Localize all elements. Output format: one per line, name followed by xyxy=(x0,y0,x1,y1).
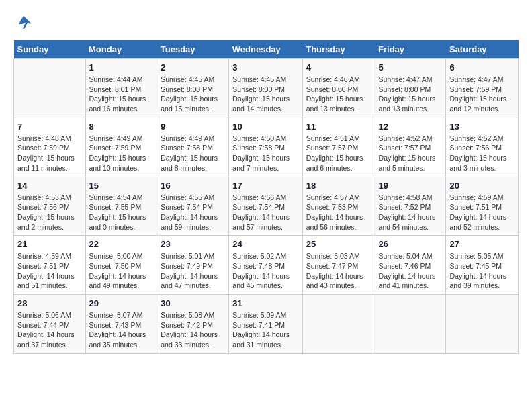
day-number: 21 xyxy=(17,239,82,249)
calendar-cell: 1Sunrise: 4:44 AM Sunset: 8:01 PM Daylig… xyxy=(85,59,157,118)
day-number: 19 xyxy=(379,181,443,191)
calendar-cell: 26Sunrise: 5:04 AM Sunset: 7:46 PM Dayli… xyxy=(375,236,446,295)
day-number: 6 xyxy=(449,62,515,73)
day-number: 4 xyxy=(306,62,371,73)
day-number: 11 xyxy=(306,122,371,132)
calendar-cell: 17Sunrise: 4:56 AM Sunset: 7:54 PM Dayli… xyxy=(229,177,302,236)
calendar-table: SundayMondayTuesdayWednesdayThursdayFrid… xyxy=(13,40,519,354)
day-number: 17 xyxy=(232,181,298,191)
day-info: Sunrise: 4:45 AM Sunset: 8:00 PM Dayligh… xyxy=(161,75,225,114)
weekday-header-tuesday: Tuesday xyxy=(157,40,229,59)
day-info: Sunrise: 4:53 AM Sunset: 7:56 PM Dayligh… xyxy=(17,193,82,232)
day-number: 22 xyxy=(89,239,154,249)
calendar-cell: 8Sunrise: 4:49 AM Sunset: 7:59 PM Daylig… xyxy=(85,118,157,177)
calendar-cell: 27Sunrise: 5:05 AM Sunset: 7:45 PM Dayli… xyxy=(446,236,519,295)
day-info: Sunrise: 5:07 AM Sunset: 7:43 PM Dayligh… xyxy=(89,310,154,350)
calendar-week-row: 7Sunrise: 4:48 AM Sunset: 7:59 PM Daylig… xyxy=(14,118,519,177)
day-info: Sunrise: 5:06 AM Sunset: 7:44 PM Dayligh… xyxy=(17,310,82,350)
weekday-header-friday: Friday xyxy=(375,40,446,59)
calendar-cell: 23Sunrise: 5:01 AM Sunset: 7:49 PM Dayli… xyxy=(157,236,229,295)
calendar-cell: 4Sunrise: 4:46 AM Sunset: 8:00 PM Daylig… xyxy=(302,59,375,118)
day-number: 24 xyxy=(232,239,298,249)
calendar-cell: 7Sunrise: 4:48 AM Sunset: 7:59 PM Daylig… xyxy=(14,118,86,177)
calendar-cell: 11Sunrise: 4:51 AM Sunset: 7:57 PM Dayli… xyxy=(302,118,375,177)
calendar-cell: 18Sunrise: 4:57 AM Sunset: 7:53 PM Dayli… xyxy=(302,177,375,236)
day-number: 14 xyxy=(17,181,82,191)
day-number: 23 xyxy=(161,239,225,249)
day-info: Sunrise: 4:58 AM Sunset: 7:52 PM Dayligh… xyxy=(379,193,443,232)
day-number: 10 xyxy=(232,122,298,132)
calendar-header-row: SundayMondayTuesdayWednesdayThursdayFrid… xyxy=(14,40,519,59)
calendar-cell: 22Sunrise: 5:00 AM Sunset: 7:50 PM Dayli… xyxy=(85,236,157,295)
day-number: 18 xyxy=(306,181,371,191)
calendar-cell xyxy=(302,295,375,354)
weekday-header-sunday: Sunday xyxy=(14,40,86,59)
day-info: Sunrise: 4:44 AM Sunset: 8:01 PM Dayligh… xyxy=(89,75,154,114)
calendar-cell: 31Sunrise: 5:09 AM Sunset: 7:41 PM Dayli… xyxy=(229,295,302,354)
day-info: Sunrise: 4:49 AM Sunset: 7:58 PM Dayligh… xyxy=(161,134,225,173)
calendar-cell: 24Sunrise: 5:02 AM Sunset: 7:48 PM Dayli… xyxy=(229,236,302,295)
page-header xyxy=(13,13,519,34)
calendar-cell: 20Sunrise: 4:59 AM Sunset: 7:51 PM Dayli… xyxy=(446,177,519,236)
logo-icon xyxy=(13,13,34,34)
day-number: 29 xyxy=(89,298,154,308)
weekday-header-thursday: Thursday xyxy=(302,40,375,59)
calendar-cell: 6Sunrise: 4:47 AM Sunset: 7:59 PM Daylig… xyxy=(446,59,519,118)
day-number: 5 xyxy=(379,62,443,73)
day-info: Sunrise: 5:09 AM Sunset: 7:41 PM Dayligh… xyxy=(232,310,298,350)
calendar-cell: 15Sunrise: 4:54 AM Sunset: 7:55 PM Dayli… xyxy=(85,177,157,236)
calendar-cell: 25Sunrise: 5:03 AM Sunset: 7:47 PM Dayli… xyxy=(302,236,375,295)
day-info: Sunrise: 4:46 AM Sunset: 8:00 PM Dayligh… xyxy=(306,75,371,114)
day-number: 28 xyxy=(17,298,82,308)
calendar-cell xyxy=(14,59,86,118)
calendar-cell: 3Sunrise: 4:45 AM Sunset: 8:00 PM Daylig… xyxy=(229,59,302,118)
calendar-week-row: 1Sunrise: 4:44 AM Sunset: 8:01 PM Daylig… xyxy=(14,59,519,118)
day-info: Sunrise: 5:05 AM Sunset: 7:45 PM Dayligh… xyxy=(449,251,515,291)
day-info: Sunrise: 4:56 AM Sunset: 7:54 PM Dayligh… xyxy=(232,193,298,232)
calendar-cell: 13Sunrise: 4:52 AM Sunset: 7:56 PM Dayli… xyxy=(446,118,519,177)
calendar-week-row: 14Sunrise: 4:53 AM Sunset: 7:56 PM Dayli… xyxy=(14,177,519,236)
day-number: 2 xyxy=(161,62,225,73)
day-info: Sunrise: 4:52 AM Sunset: 7:56 PM Dayligh… xyxy=(449,134,515,173)
calendar-cell: 19Sunrise: 4:58 AM Sunset: 7:52 PM Dayli… xyxy=(375,177,446,236)
calendar-cell: 28Sunrise: 5:06 AM Sunset: 7:44 PM Dayli… xyxy=(14,295,86,354)
day-info: Sunrise: 5:00 AM Sunset: 7:50 PM Dayligh… xyxy=(89,251,154,291)
day-info: Sunrise: 5:03 AM Sunset: 7:47 PM Dayligh… xyxy=(306,251,371,291)
weekday-header-saturday: Saturday xyxy=(446,40,519,59)
calendar-cell: 10Sunrise: 4:50 AM Sunset: 7:58 PM Dayli… xyxy=(229,118,302,177)
day-info: Sunrise: 4:50 AM Sunset: 7:58 PM Dayligh… xyxy=(232,134,298,173)
calendar-cell: 16Sunrise: 4:55 AM Sunset: 7:54 PM Dayli… xyxy=(157,177,229,236)
calendar-cell xyxy=(446,295,519,354)
day-info: Sunrise: 5:01 AM Sunset: 7:49 PM Dayligh… xyxy=(161,251,225,291)
day-info: Sunrise: 4:59 AM Sunset: 7:51 PM Dayligh… xyxy=(449,193,515,232)
day-number: 1 xyxy=(89,62,154,73)
calendar-cell: 21Sunrise: 4:59 AM Sunset: 7:51 PM Dayli… xyxy=(14,236,86,295)
day-number: 25 xyxy=(306,239,371,249)
day-number: 26 xyxy=(379,239,443,249)
day-info: Sunrise: 4:47 AM Sunset: 7:59 PM Dayligh… xyxy=(449,75,515,114)
day-info: Sunrise: 4:52 AM Sunset: 7:57 PM Dayligh… xyxy=(379,134,443,173)
calendar-cell: 30Sunrise: 5:08 AM Sunset: 7:42 PM Dayli… xyxy=(157,295,229,354)
calendar-cell: 14Sunrise: 4:53 AM Sunset: 7:56 PM Dayli… xyxy=(14,177,86,236)
day-info: Sunrise: 4:55 AM Sunset: 7:54 PM Dayligh… xyxy=(161,193,225,232)
day-number: 20 xyxy=(449,181,515,191)
calendar-cell: 12Sunrise: 4:52 AM Sunset: 7:57 PM Dayli… xyxy=(375,118,446,177)
day-number: 8 xyxy=(89,122,154,132)
calendar-cell: 9Sunrise: 4:49 AM Sunset: 7:58 PM Daylig… xyxy=(157,118,229,177)
calendar-cell: 29Sunrise: 5:07 AM Sunset: 7:43 PM Dayli… xyxy=(85,295,157,354)
svg-marker-0 xyxy=(19,16,32,29)
day-number: 9 xyxy=(161,122,225,132)
day-info: Sunrise: 4:54 AM Sunset: 7:55 PM Dayligh… xyxy=(89,193,154,232)
day-info: Sunrise: 5:04 AM Sunset: 7:46 PM Dayligh… xyxy=(379,251,443,291)
day-number: 13 xyxy=(449,122,515,132)
day-number: 30 xyxy=(161,298,225,308)
day-info: Sunrise: 4:48 AM Sunset: 7:59 PM Dayligh… xyxy=(17,134,82,173)
day-number: 31 xyxy=(232,298,298,308)
day-number: 15 xyxy=(89,181,154,191)
day-info: Sunrise: 5:08 AM Sunset: 7:42 PM Dayligh… xyxy=(161,310,225,350)
calendar-cell: 2Sunrise: 4:45 AM Sunset: 8:00 PM Daylig… xyxy=(157,59,229,118)
day-number: 7 xyxy=(17,122,82,132)
day-info: Sunrise: 4:45 AM Sunset: 8:00 PM Dayligh… xyxy=(232,75,298,114)
day-number: 27 xyxy=(449,239,515,249)
day-info: Sunrise: 5:02 AM Sunset: 7:48 PM Dayligh… xyxy=(232,251,298,291)
